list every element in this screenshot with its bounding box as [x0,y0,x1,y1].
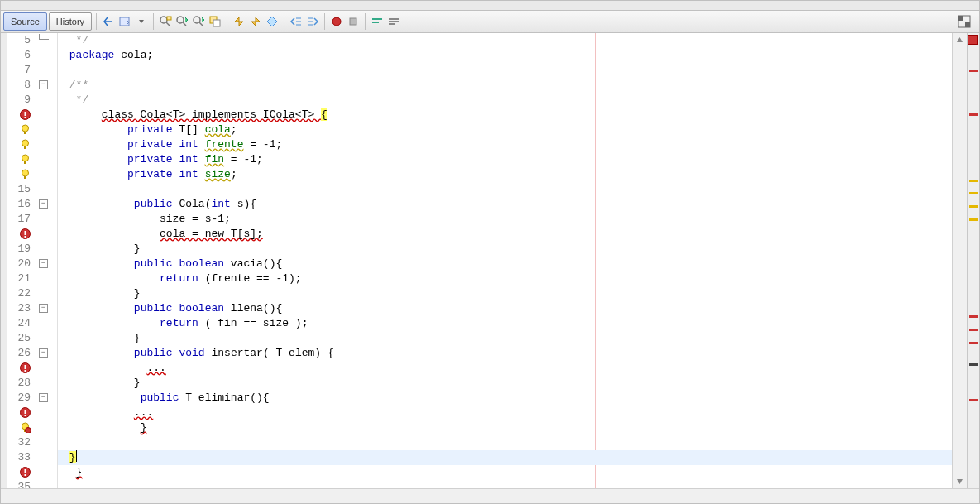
gutter-line[interactable]: 10 [7,108,57,122]
vertical-scrollbar[interactable] [952,33,967,489]
code-line[interactable]: public boolean vacia(){ [63,257,282,271]
hint-bulb-icon[interactable] [20,124,31,136]
gutter-line[interactable]: 33 [7,450,57,465]
gutter-line[interactable]: 29− [7,391,57,406]
gutter-line[interactable]: 13 [7,152,57,167]
horizontal-scrollbar[interactable] [1,488,979,503]
code-line[interactable]: cola = new T[s]; [63,227,263,242]
hint-bulb-error-icon[interactable] [20,422,31,434]
code-line[interactable]: public boolean llena(){ [63,301,282,316]
code-line[interactable]: } [63,450,77,465]
error-stripe-mark[interactable] [969,218,978,221]
error-stripe-mark[interactable] [969,363,978,366]
error-stripe-mark[interactable] [969,342,978,344]
hint-bulb-icon[interactable] [20,139,31,151]
gutter-line[interactable]: 15 [7,182,57,197]
code-line[interactable]: public void insertar( T elem) { [63,346,334,361]
code-line[interactable]: public T eliminar(){ [63,391,270,406]
gutter-line[interactable]: 20− [7,257,57,271]
gutter-line[interactable]: 34 [7,465,57,480]
error-glyph-icon[interactable] [20,228,31,240]
fold-toggle-icon[interactable]: − [39,199,48,209]
code-line[interactable]: */ [63,33,88,48]
gutter-line[interactable]: 26− [7,346,57,361]
toggle-bookmark-icon[interactable] [265,15,279,28]
fold-toggle-icon[interactable]: − [39,393,48,402]
gutter-line[interactable]: 25 [7,331,57,346]
history-tab[interactable]: History [49,12,92,31]
hint-bulb-icon[interactable] [20,169,31,180]
code-line[interactable]: ... [63,361,166,376]
code-line[interactable]: return (frente == -1); [63,271,302,286]
dropdown-arrow-icon[interactable] [135,15,148,28]
code-line[interactable]: package cola; [63,48,153,63]
uncomment-icon[interactable] [387,15,400,28]
code-line[interactable]: */ [63,93,88,108]
next-bookmark-icon[interactable] [249,15,262,28]
error-stripe-mark[interactable] [969,180,978,182]
code-line[interactable]: } [63,465,82,480]
shift-right-icon[interactable] [306,15,319,28]
gutter-line[interactable]: 21 [7,271,57,286]
gutter-line[interactable]: 18 [7,227,57,242]
gutter-line[interactable]: 30 [7,406,57,420]
gutter-line[interactable]: 17 [7,212,57,227]
code-line[interactable]: ... [63,406,153,420]
code-line[interactable]: private int frente = -1; [63,137,282,152]
code-line[interactable]: } [63,376,141,391]
scroll-down-arrow-icon[interactable] [953,474,967,488]
prev-bookmark-icon[interactable] [232,15,246,28]
gutter-line[interactable]: 16− [7,197,57,212]
comment-icon[interactable] [370,15,384,28]
toggle-highlight-icon[interactable] [208,15,222,28]
source-tab[interactable]: Source [3,12,47,31]
gutter-line[interactable]: 31 [7,420,57,435]
error-stripe-mark[interactable] [969,399,978,401]
gutter-line[interactable]: 5 [7,33,57,48]
gutter-line[interactable]: 23− [7,301,57,316]
gutter-line[interactable]: 6 [7,48,57,63]
code-line[interactable]: public Cola(int s){ [63,197,256,212]
code-line[interactable]: return ( fin == size ); [63,316,308,331]
error-stripe-mark[interactable] [969,70,978,72]
gutter-line[interactable]: 11 [7,122,57,137]
gutter-line[interactable]: 35 [7,480,57,489]
code-line[interactable]: } [63,420,146,435]
code-line[interactable]: /** [63,78,88,93]
error-glyph-icon[interactable] [20,109,31,121]
gutter-line[interactable]: 8− [7,78,57,93]
code-line[interactable]: class Cola<T> implements ICola<T> { [63,108,327,122]
code-line[interactable]: size = s-1; [63,212,231,227]
find-selection-icon[interactable] [159,15,172,28]
fold-toggle-icon[interactable]: − [39,304,48,313]
gutter-line[interactable]: 27 [7,361,57,376]
error-stripe-mark[interactable] [969,192,978,194]
gutter-line[interactable]: 22 [7,286,57,301]
code-line[interactable]: } [63,331,141,346]
error-glyph-icon[interactable] [20,467,31,478]
code-line[interactable]: private int size; [63,167,237,182]
error-stripe[interactable] [967,33,979,489]
gutter-line[interactable]: 7 [7,63,57,78]
stop-macro-icon[interactable] [347,15,360,28]
find-next-icon[interactable] [192,15,205,28]
error-stripe-mark[interactable] [969,329,978,331]
fold-toggle-icon[interactable]: − [39,259,48,268]
code-line[interactable]: } [63,242,141,257]
hint-bulb-icon[interactable] [20,154,31,166]
start-macro-icon[interactable] [330,15,343,28]
gutter-line[interactable]: 14 [7,167,57,182]
split-window-icon[interactable] [958,15,971,28]
gutter-line[interactable]: 9 [7,93,57,108]
error-stripe-mark[interactable] [969,315,978,318]
scroll-up-arrow-icon[interactable] [953,33,967,47]
shift-left-icon[interactable] [289,15,303,28]
gutter-line[interactable]: 24 [7,316,57,331]
code-line[interactable]: private T[] cola; [63,122,237,137]
back-icon[interactable] [102,15,115,28]
code-editor[interactable]: */ package cola; /** */ class Cola<T> im… [58,33,952,489]
fold-toggle-icon[interactable]: − [39,80,48,89]
code-line[interactable]: private int fin = -1; [63,152,263,167]
error-summary-icon[interactable] [968,35,978,45]
gutter-line[interactable]: 19 [7,242,57,257]
